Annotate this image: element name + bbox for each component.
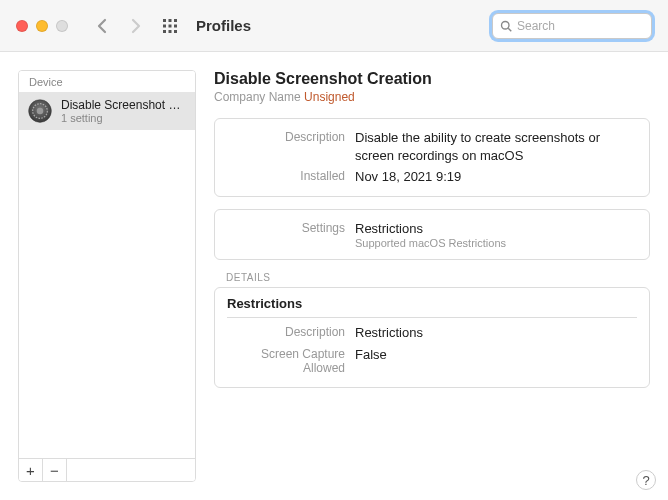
svg-rect-2 [174, 19, 177, 22]
settings-box: Settings Restrictions Supported macOS Re… [214, 209, 650, 261]
traffic-lights [16, 20, 68, 32]
profile-icon [27, 98, 53, 124]
details-box: Restrictions Description Restrictions Sc… [214, 287, 650, 388]
forward-button[interactable] [128, 17, 144, 35]
profile-list: Disable Screenshot C... 1 setting [19, 92, 195, 458]
svg-point-9 [502, 21, 510, 29]
settings-subvalue: Supported macOS Restrictions [355, 237, 506, 249]
svg-rect-3 [163, 24, 166, 27]
content-area: Device Disable Screenshot C... 1 setting… [0, 52, 668, 500]
zoom-window-button[interactable] [56, 20, 68, 32]
svg-rect-5 [174, 24, 177, 27]
toolbar: Profiles [0, 0, 668, 52]
details-row: Description Restrictions [227, 324, 637, 342]
search-field[interactable] [492, 13, 652, 39]
description-label: Description [227, 129, 345, 144]
back-button[interactable] [94, 17, 110, 35]
svg-point-13 [37, 108, 44, 115]
sidebar-footer-spacer [67, 459, 195, 481]
profile-title: Disable Screenshot Creation [214, 70, 650, 88]
minimize-window-button[interactable] [36, 20, 48, 32]
add-profile-button[interactable]: + [19, 459, 43, 481]
installed-label: Installed [227, 168, 345, 183]
details-row-value: Restrictions [355, 324, 423, 342]
details-header: DETAILS [214, 272, 650, 287]
installed-value: Nov 18, 2021 9:19 [355, 168, 461, 186]
window-title: Profiles [196, 17, 251, 34]
main-pane: Disable Screenshot Creation Company Name… [214, 70, 650, 482]
settings-values: Restrictions Supported macOS Restriction… [355, 220, 506, 250]
settings-label: Settings [227, 220, 345, 235]
company-name: Company Name [214, 90, 304, 104]
details-row-value: False [355, 346, 387, 364]
search-input[interactable] [517, 19, 644, 33]
sidebar: Device Disable Screenshot C... 1 setting… [18, 70, 196, 482]
svg-rect-1 [169, 19, 172, 22]
details-title: Restrictions [227, 296, 637, 318]
info-box: Description Disable the ability to creat… [214, 118, 650, 197]
description-value: Disable the ability to create screenshot… [355, 129, 637, 164]
sidebar-footer: + − [19, 458, 195, 481]
remove-profile-button[interactable]: − [43, 459, 67, 481]
svg-line-10 [508, 28, 511, 31]
profile-item-name: Disable Screenshot C... [61, 98, 187, 112]
signed-status: Unsigned [304, 90, 355, 104]
close-window-button[interactable] [16, 20, 28, 32]
profile-item-subtitle: 1 setting [61, 112, 187, 124]
svg-rect-6 [163, 30, 166, 33]
profile-subtitle: Company Name Unsigned [214, 90, 650, 104]
settings-value: Restrictions [355, 220, 506, 238]
profiles-window: Profiles Device Disable Screenshot C... … [0, 0, 668, 500]
details-row-label: Description [227, 324, 345, 339]
search-icon [500, 20, 512, 32]
svg-rect-8 [174, 30, 177, 33]
details-row: Screen Capture Allowed False [227, 346, 637, 375]
info-row-description: Description Disable the ability to creat… [227, 129, 637, 164]
help-button[interactable]: ? [636, 470, 656, 490]
settings-row: Settings Restrictions Supported macOS Re… [227, 220, 637, 250]
profile-item-text: Disable Screenshot C... 1 setting [61, 98, 187, 124]
svg-rect-0 [163, 19, 166, 22]
svg-rect-4 [169, 24, 172, 27]
show-all-button[interactable] [162, 18, 178, 34]
details-row-label: Screen Capture Allowed [227, 346, 345, 375]
svg-rect-7 [169, 30, 172, 33]
profile-list-item[interactable]: Disable Screenshot C... 1 setting [19, 92, 195, 130]
sidebar-header: Device [19, 71, 195, 92]
info-row-installed: Installed Nov 18, 2021 9:19 [227, 168, 637, 186]
